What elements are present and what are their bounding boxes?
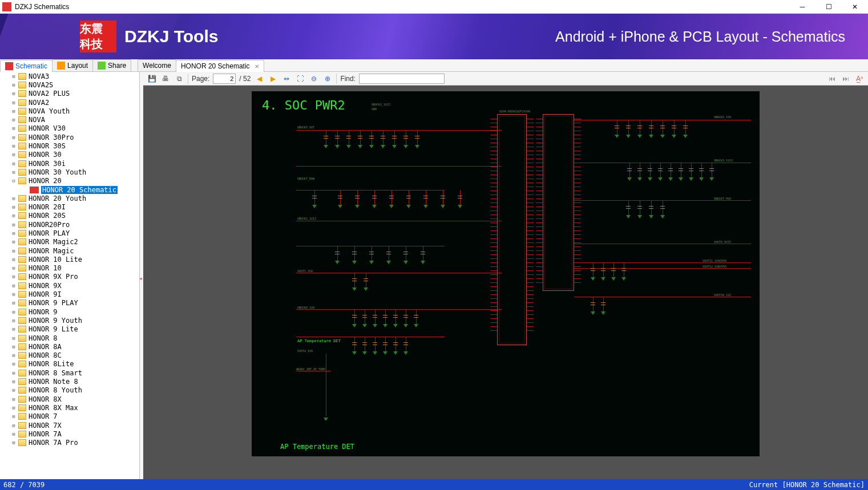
expander-icon[interactable]: ⊟ <box>10 178 17 184</box>
copy-icon[interactable]: ⧉ <box>174 74 184 84</box>
expander-icon[interactable]: ⊞ <box>10 361 17 367</box>
tree-folder[interactable]: ⊞HONOR 30S <box>0 141 139 150</box>
expander-icon[interactable]: ⊞ <box>10 239 17 245</box>
tree-folder[interactable]: ⊞NOVA2 <box>0 98 139 107</box>
expander-icon[interactable]: ⊞ <box>10 257 17 262</box>
expander-icon[interactable]: ⊞ <box>10 230 17 236</box>
expander-icon[interactable]: ⊞ <box>10 274 17 280</box>
expander-icon[interactable]: ⊞ <box>10 143 17 149</box>
expander-icon[interactable]: ⊞ <box>10 117 17 123</box>
fit-page-icon[interactable]: ⛶ <box>295 74 305 84</box>
tree-folder[interactable]: ⊞HONOR 20 Youth <box>0 194 139 203</box>
tree-folder[interactable]: ⊞NOVA Youth <box>0 107 139 115</box>
tree-sidebar[interactable]: ⊞NOVA3⊞NOVA2S⊞NOVA2 PLUS⊞NOVA2⊞NOVA Yout… <box>0 72 140 479</box>
tree-folder[interactable]: ⊞HONOR V30 <box>0 124 139 133</box>
tree-folder[interactable]: ⊞HONOR 9X <box>0 281 139 290</box>
expander-icon[interactable]: ⊞ <box>10 291 17 297</box>
expander-icon[interactable]: ⊞ <box>10 370 17 376</box>
tree-folder[interactable]: ⊞HONOR 30 Youth <box>0 168 139 176</box>
expander-icon[interactable]: ⊞ <box>10 283 17 289</box>
tree-folder[interactable]: ⊞HONOR 10 Lite <box>0 255 139 264</box>
page-input[interactable] <box>213 74 236 84</box>
close-icon[interactable]: ✕ <box>255 63 259 70</box>
expander-icon[interactable]: ⊞ <box>10 82 17 88</box>
expander-icon[interactable]: ⊞ <box>10 344 17 350</box>
sidebar-collapse-handle[interactable] <box>140 72 143 479</box>
zoom-out-icon[interactable]: ⊖ <box>309 74 319 84</box>
expander-icon[interactable]: ⊞ <box>10 204 17 210</box>
doc-tab-honor20[interactable]: HONOR 20 Schematic ✕ <box>176 60 264 72</box>
expander-icon[interactable]: ⊞ <box>10 414 17 419</box>
expander-icon[interactable]: ⊞ <box>10 265 17 271</box>
expander-icon[interactable]: ⊞ <box>10 100 17 106</box>
canvas-scroll[interactable]: 4. SOC PWR2 AP Temperature DET AP Temper… <box>143 86 868 479</box>
tree-folder[interactable]: ⊞HONOR Magic2 <box>0 238 139 246</box>
find-first-icon[interactable]: ⏮ <box>827 74 837 84</box>
zoom-in-icon[interactable]: ⊕ <box>322 74 333 84</box>
minimize-button[interactable]: ─ <box>789 0 815 14</box>
tree-folder[interactable]: ⊞HONOR 8 Youth <box>0 386 139 395</box>
tree-folder[interactable]: ⊞HONOR PLAY <box>0 229 139 237</box>
tree-folder[interactable]: ⊞NOVA <box>0 115 139 124</box>
tree-folder[interactable]: ⊞HONOR 8C <box>0 351 139 360</box>
tree-folder[interactable]: ⊞HONOR 7A Pro <box>0 438 139 447</box>
tree-folder[interactable]: ⊞HONOR Note 8 <box>0 377 139 386</box>
tree-folder[interactable]: ⊞HONOR 30Pro <box>0 133 139 141</box>
tree-folder[interactable]: ⊞HONOR 8 Smart <box>0 368 139 377</box>
tree-folder[interactable]: ⊞HONOR 9 Lite <box>0 325 139 334</box>
page-prev-icon[interactable]: ◀ <box>254 74 264 84</box>
tab-schematic[interactable]: Schematic <box>0 60 53 72</box>
tree-folder[interactable]: ⊞HONOR 9I <box>0 290 139 298</box>
tab-layout[interactable]: Layout <box>52 59 93 71</box>
tree-folder[interactable]: ⊞NOVA2 PLUS <box>0 90 139 98</box>
page-next-icon[interactable]: ▶ <box>268 74 278 84</box>
find-options-icon[interactable]: A̲ᵃ <box>854 74 865 84</box>
expander-icon[interactable]: ⊞ <box>10 405 17 411</box>
tree-folder[interactable]: ⊞HONOR 8X Max <box>0 403 139 412</box>
expander-icon[interactable]: ⊞ <box>10 387 17 393</box>
tree-folder[interactable]: ⊞HONOR Magic <box>0 246 139 255</box>
tree-folder[interactable]: ⊞HONOR 20S <box>0 212 139 220</box>
expander-icon[interactable]: ⊞ <box>10 353 17 358</box>
tree-folder[interactable]: ⊞HONOR20Pro <box>0 220 139 229</box>
tree-folder[interactable]: ⊞HONOR 9 PLAY <box>0 299 139 307</box>
maximize-button[interactable]: ☐ <box>815 0 842 14</box>
expander-icon[interactable]: ⊞ <box>10 74 17 79</box>
expander-icon[interactable]: ⊞ <box>10 431 17 437</box>
tree-folder[interactable]: ⊞NOVA2S <box>0 80 139 89</box>
expander-icon[interactable]: ⊞ <box>10 125 17 131</box>
tab-share[interactable]: Share <box>92 59 131 71</box>
expander-icon[interactable]: ⊞ <box>10 326 17 332</box>
tree-folder[interactable]: ⊞HONOR 8Lite <box>0 360 139 368</box>
expander-icon[interactable]: ⊞ <box>10 440 17 446</box>
doc-tab-welcome[interactable]: Welcome <box>138 59 176 71</box>
expander-icon[interactable]: ⊞ <box>10 309 17 315</box>
expander-icon[interactable]: ⊞ <box>10 248 17 254</box>
tree-folder[interactable]: ⊞HONOR 7X <box>0 421 139 430</box>
expander-icon[interactable]: ⊞ <box>10 396 17 402</box>
expander-icon[interactable]: ⊞ <box>10 196 17 201</box>
expander-icon[interactable]: ⊞ <box>10 161 17 167</box>
find-input[interactable] <box>359 74 445 84</box>
tree-file[interactable]: HONOR 20 Schematic <box>0 185 139 194</box>
tree-folder[interactable]: ⊞HONOR 8 <box>0 334 139 342</box>
expander-icon[interactable]: ⊞ <box>10 379 17 384</box>
expander-icon[interactable]: ⊞ <box>10 423 17 428</box>
find-next-icon[interactable]: ⏭ <box>841 74 851 84</box>
tree-folder[interactable]: ⊞HONOR 7A <box>0 430 139 438</box>
save-icon[interactable]: 💾 <box>147 74 157 84</box>
expander-icon[interactable]: ⊞ <box>10 135 17 140</box>
tree-folder[interactable]: ⊞HONOR 10 <box>0 264 139 273</box>
expander-icon[interactable]: ⊞ <box>10 108 17 114</box>
close-button[interactable]: ✕ <box>842 0 868 14</box>
expander-icon[interactable]: ⊞ <box>10 91 17 96</box>
tree-folder[interactable]: ⊞HONOR 30i <box>0 159 139 168</box>
expander-icon[interactable]: ⊞ <box>10 300 17 306</box>
tree-folder[interactable]: ⊞HONOR 9 Youth <box>0 316 139 325</box>
expander-icon[interactable]: ⊞ <box>10 169 17 175</box>
expander-icon[interactable]: ⊞ <box>10 318 17 323</box>
tree-folder[interactable]: ⊞HONOR 9 <box>0 307 139 316</box>
tree-folder[interactable]: ⊟HONOR 20 <box>0 177 139 185</box>
tree-folder[interactable]: ⊞HONOR 9X Pro <box>0 273 139 281</box>
expander-icon[interactable]: ⊞ <box>10 335 17 341</box>
